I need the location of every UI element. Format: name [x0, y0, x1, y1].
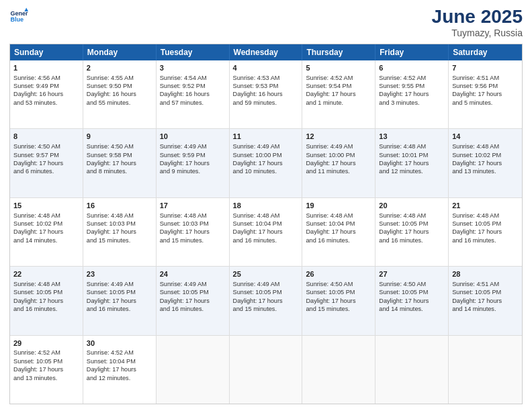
calendar-cell: 20Sunrise: 4:48 AM Sunset: 10:05 PM Dayl… [375, 198, 449, 266]
day-number: 20 [379, 201, 445, 211]
day-number: 12 [306, 132, 371, 142]
header-tuesday: Tuesday [157, 44, 230, 60]
calendar-cell: 21Sunrise: 4:48 AM Sunset: 10:05 PM Dayl… [449, 198, 522, 266]
calendar-cell: 4Sunrise: 4:53 AM Sunset: 9:53 PM Daylig… [230, 60, 303, 128]
cell-info: Sunrise: 4:52 AM Sunset: 10:05 PM Daylig… [13, 349, 79, 382]
calendar-row-3: 15Sunrise: 4:48 AM Sunset: 10:02 PM Dayl… [10, 198, 522, 267]
header-wednesday: Wednesday [230, 44, 303, 60]
calendar-cell: 25Sunrise: 4:49 AM Sunset: 10:05 PM Dayl… [230, 267, 303, 334]
day-number: 10 [160, 132, 226, 142]
calendar-cell: 18Sunrise: 4:48 AM Sunset: 10:04 PM Dayl… [230, 198, 303, 266]
cell-info: Sunrise: 4:48 AM Sunset: 10:04 PM Daylig… [233, 212, 299, 245]
calendar-cell: 9Sunrise: 4:50 AM Sunset: 9:58 PM Daylig… [83, 129, 157, 197]
day-number: 11 [233, 132, 299, 142]
day-number: 2 [87, 63, 152, 73]
calendar-cell: 12Sunrise: 4:49 AM Sunset: 10:00 PM Dayl… [302, 129, 375, 197]
cell-info: Sunrise: 4:50 AM Sunset: 10:05 PM Daylig… [379, 280, 445, 314]
cell-info: Sunrise: 4:54 AM Sunset: 9:52 PM Dayligh… [160, 74, 226, 107]
header-thursday: Thursday [302, 44, 375, 60]
cell-info: Sunrise: 4:52 AM Sunset: 9:55 PM Dayligh… [379, 74, 445, 107]
calendar-cell: 26Sunrise: 4:50 AM Sunset: 10:05 PM Dayl… [302, 267, 375, 334]
cell-info: Sunrise: 4:49 AM Sunset: 10:00 PM Daylig… [306, 142, 371, 176]
cell-info: Sunrise: 4:48 AM Sunset: 10:03 PM Daylig… [87, 212, 152, 245]
svg-text:Blue: Blue [10, 16, 24, 23]
day-number: 22 [13, 269, 79, 279]
cell-info: Sunrise: 4:49 AM Sunset: 10:05 PM Daylig… [233, 280, 299, 314]
cell-info: Sunrise: 4:48 AM Sunset: 10:02 PM Daylig… [13, 212, 79, 245]
header-sunday: Sunday [10, 44, 83, 60]
calendar-cell: 29Sunrise: 4:52 AM Sunset: 10:05 PM Dayl… [10, 336, 83, 404]
cell-info: Sunrise: 4:48 AM Sunset: 10:05 PM Daylig… [379, 212, 445, 245]
day-number: 1 [13, 63, 79, 73]
cell-info: Sunrise: 4:49 AM Sunset: 10:05 PM Daylig… [160, 280, 226, 314]
calendar-header: Sunday Monday Tuesday Wednesday Thursday… [10, 44, 522, 60]
day-number: 5 [306, 63, 371, 73]
cell-info: Sunrise: 4:48 AM Sunset: 10:02 PM Daylig… [452, 142, 519, 176]
day-number: 7 [452, 63, 519, 73]
header-friday: Friday [375, 44, 449, 60]
month-year-title: June 2025 [432, 7, 523, 28]
calendar-cell: 17Sunrise: 4:48 AM Sunset: 10:03 PM Dayl… [157, 198, 230, 266]
calendar-cell: 11Sunrise: 4:49 AM Sunset: 10:00 PM Dayl… [230, 129, 303, 197]
calendar-cell: 6Sunrise: 4:52 AM Sunset: 9:55 PM Daylig… [375, 60, 449, 128]
calendar-cell [449, 336, 522, 404]
day-number: 16 [87, 201, 152, 211]
calendar-cell: 22Sunrise: 4:48 AM Sunset: 10:05 PM Dayl… [10, 267, 83, 334]
day-number: 21 [452, 201, 519, 211]
day-number: 19 [306, 201, 371, 211]
cell-info: Sunrise: 4:48 AM Sunset: 10:03 PM Daylig… [160, 212, 226, 245]
page-header: General Blue June 2025 Tuymazy, Russia [9, 7, 523, 38]
day-number: 6 [379, 63, 445, 73]
calendar-cell: 3Sunrise: 4:54 AM Sunset: 9:52 PM Daylig… [157, 60, 230, 128]
calendar-cell: 27Sunrise: 4:50 AM Sunset: 10:05 PM Dayl… [375, 267, 449, 334]
cell-info: Sunrise: 4:50 AM Sunset: 9:57 PM Dayligh… [13, 142, 79, 176]
day-number: 24 [160, 269, 226, 279]
day-number: 18 [233, 201, 299, 211]
calendar-cell: 19Sunrise: 4:48 AM Sunset: 10:04 PM Dayl… [302, 198, 375, 266]
location-subtitle: Tuymazy, Russia [432, 28, 523, 38]
cell-info: Sunrise: 4:48 AM Sunset: 10:01 PM Daylig… [379, 142, 445, 176]
cell-info: Sunrise: 4:49 AM Sunset: 10:05 PM Daylig… [87, 280, 152, 314]
day-number: 4 [233, 63, 299, 73]
calendar-cell: 24Sunrise: 4:49 AM Sunset: 10:05 PM Dayl… [157, 267, 230, 334]
calendar-cell: 7Sunrise: 4:51 AM Sunset: 9:56 PM Daylig… [449, 60, 522, 128]
day-number: 17 [160, 201, 226, 211]
calendar-cell: 1Sunrise: 4:56 AM Sunset: 9:49 PM Daylig… [10, 60, 83, 128]
calendar-body: 1Sunrise: 4:56 AM Sunset: 9:49 PM Daylig… [10, 60, 522, 404]
calendar-cell: 30Sunrise: 4:52 AM Sunset: 10:04 PM Dayl… [83, 336, 157, 404]
day-number: 30 [87, 338, 152, 349]
cell-info: Sunrise: 4:56 AM Sunset: 9:49 PM Dayligh… [13, 74, 79, 107]
header-monday: Monday [83, 44, 157, 60]
calendar-row-1: 1Sunrise: 4:56 AM Sunset: 9:49 PM Daylig… [10, 60, 522, 129]
day-number: 15 [13, 201, 79, 211]
cell-info: Sunrise: 4:48 AM Sunset: 10:05 PM Daylig… [452, 212, 519, 245]
generalblue-logo-icon: General Blue [9, 7, 28, 26]
day-number: 8 [13, 132, 79, 142]
day-number: 13 [379, 132, 445, 142]
calendar-cell [375, 336, 449, 404]
cell-info: Sunrise: 4:51 AM Sunset: 10:05 PM Daylig… [452, 280, 519, 314]
calendar-cell: 23Sunrise: 4:49 AM Sunset: 10:05 PM Dayl… [83, 267, 157, 334]
calendar-cell: 2Sunrise: 4:55 AM Sunset: 9:50 PM Daylig… [83, 60, 157, 128]
day-number: 9 [87, 132, 152, 142]
header-saturday: Saturday [449, 44, 522, 60]
calendar-cell: 8Sunrise: 4:50 AM Sunset: 9:57 PM Daylig… [10, 129, 83, 197]
day-number: 27 [379, 269, 445, 279]
cell-info: Sunrise: 4:48 AM Sunset: 10:04 PM Daylig… [306, 212, 371, 245]
calendar-cell: 10Sunrise: 4:49 AM Sunset: 9:59 PM Dayli… [157, 129, 230, 197]
day-number: 23 [87, 269, 152, 279]
title-block: June 2025 Tuymazy, Russia [432, 7, 523, 38]
cell-info: Sunrise: 4:48 AM Sunset: 10:05 PM Daylig… [13, 280, 79, 314]
calendar-cell [157, 336, 230, 404]
cell-info: Sunrise: 4:51 AM Sunset: 9:56 PM Dayligh… [452, 74, 519, 107]
calendar-cell [230, 336, 303, 404]
cell-info: Sunrise: 4:53 AM Sunset: 9:53 PM Dayligh… [233, 74, 299, 107]
day-number: 28 [452, 269, 519, 279]
cell-info: Sunrise: 4:52 AM Sunset: 10:04 PM Daylig… [87, 349, 152, 382]
cell-info: Sunrise: 4:49 AM Sunset: 10:00 PM Daylig… [233, 142, 299, 176]
calendar-row-5: 29Sunrise: 4:52 AM Sunset: 10:05 PM Dayl… [10, 336, 522, 404]
day-number: 14 [452, 132, 519, 142]
day-number: 29 [13, 338, 79, 349]
calendar-cell: 13Sunrise: 4:48 AM Sunset: 10:01 PM Dayl… [375, 129, 449, 197]
day-number: 25 [233, 269, 299, 279]
